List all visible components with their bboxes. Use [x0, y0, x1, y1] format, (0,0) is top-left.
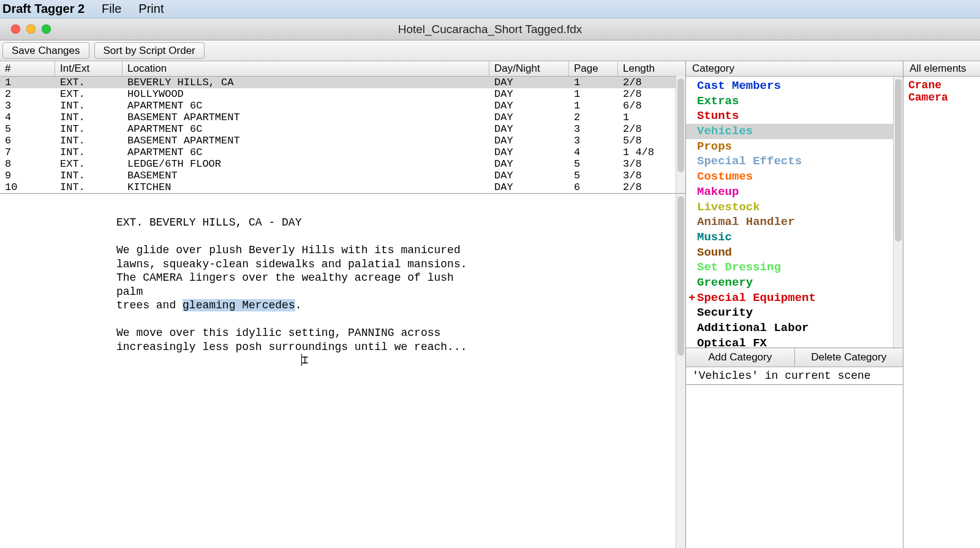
col-daynight[interactable]: Day/Night: [489, 61, 569, 76]
delete-category-button[interactable]: Delete Category: [795, 348, 903, 367]
cell-loc: BASEMENT: [123, 170, 489, 181]
cell-loc: BEVERLY HILLS, CA: [123, 77, 489, 88]
cell-loc: APARTMENT 6C: [123, 147, 489, 158]
cell-num: 1: [0, 77, 55, 88]
category-item[interactable]: Security: [686, 305, 903, 321]
category-item-label: Extras: [697, 94, 739, 108]
cell-num: 7: [0, 147, 55, 158]
add-category-button[interactable]: Add Category: [686, 348, 795, 367]
table-row[interactable]: 6INT.BASEMENT APARTMENTDAY35/8: [0, 135, 685, 147]
category-item[interactable]: Additional Labor: [686, 321, 903, 336]
cell-loc: KITCHEN: [123, 181, 489, 193]
category-item-label: Special Equipment: [697, 291, 816, 305]
category-item[interactable]: Sound: [686, 245, 903, 261]
table-row[interactable]: 2EXT.HOLLYWOODDAY12/8: [0, 88, 685, 100]
category-item[interactable]: Costumes: [686, 169, 903, 185]
category-item-label: Costumes: [697, 170, 753, 183]
category-item-label: Music: [697, 230, 732, 244]
script-content[interactable]: EXT. BEVERLY HILLS, CA - DAY We glide ov…: [0, 194, 484, 368]
cell-loc: APARTMENT 6C: [123, 100, 489, 112]
table-row[interactable]: 4INT.BASEMENT APARTMENTDAY21: [0, 112, 685, 123]
category-item-label: Sound: [697, 246, 732, 259]
category-item[interactable]: Extras: [686, 94, 903, 109]
cell-ie: EXT.: [55, 88, 123, 100]
col-length[interactable]: Length: [618, 61, 685, 76]
cell-loc: BASEMENT APARTMENT: [123, 112, 489, 123]
category-item[interactable]: Optical FX: [686, 336, 903, 348]
category-item[interactable]: Livestock: [686, 200, 903, 215]
plus-icon: +: [688, 291, 695, 306]
category-header[interactable]: Category: [686, 61, 903, 77]
cell-dn: DAY: [489, 181, 569, 193]
tagged-element-vehicles[interactable]: gleaming Mercedes: [183, 299, 295, 311]
category-scene-label: 'Vehicles' in current scene: [686, 367, 903, 385]
table-row[interactable]: 10INT.KITCHENDAY62/8: [0, 181, 685, 193]
cell-loc: APARTMENT 6C: [123, 123, 489, 135]
category-buttons: Add Category Delete Category: [686, 348, 903, 367]
table-row[interactable]: 3INT.APARTMENT 6CDAY16/8: [0, 100, 685, 112]
category-item-label: Special Effects: [697, 154, 802, 168]
cell-num: 4: [0, 112, 55, 123]
window-titlebar: Hotel_Cucaracha_Short Tagged.fdx: [0, 18, 980, 40]
menu-print[interactable]: Print: [130, 2, 172, 16]
category-item[interactable]: Animal Handler: [686, 215, 903, 230]
category-item-label: Vehicles: [697, 124, 753, 138]
category-item[interactable]: Cast Members: [686, 78, 903, 94]
col-page[interactable]: Page: [569, 61, 618, 76]
category-item[interactable]: Music: [686, 230, 903, 245]
category-column: Category Cast MembersExtrasStuntsVehicle…: [686, 61, 903, 548]
col-number[interactable]: #: [0, 61, 55, 76]
cell-num: 2: [0, 88, 55, 100]
category-item-label: Props: [697, 140, 732, 153]
col-intext[interactable]: Int/Ext: [55, 61, 123, 76]
cell-num: 9: [0, 170, 55, 181]
menu-file[interactable]: File: [93, 2, 130, 16]
table-row[interactable]: 7INT.APARTMENT 6CDAY41 4/8: [0, 147, 685, 158]
cell-ie: INT.: [55, 100, 123, 112]
table-row[interactable]: 8EXT.LEDGE/6TH FLOORDAY53/8: [0, 158, 685, 170]
cell-ie: INT.: [55, 147, 123, 158]
table-row[interactable]: 1EXT.BEVERLY HILLS, CADAY12/8: [0, 77, 685, 88]
category-item[interactable]: Greenery: [686, 275, 903, 291]
cell-dn: DAY: [489, 170, 569, 181]
cell-page: 1: [569, 88, 618, 100]
cell-ie: INT.: [55, 112, 123, 123]
category-item[interactable]: Props: [686, 139, 903, 154]
category-item[interactable]: Set Dressing: [686, 260, 903, 275]
elements-list[interactable]: Crane Camera: [903, 77, 980, 548]
elements-column: All elements Crane Camera: [903, 61, 980, 548]
category-item[interactable]: +Special Equipment: [686, 291, 903, 306]
category-item-label: Optical FX: [697, 337, 767, 348]
category-scrollbar[interactable]: [893, 77, 903, 348]
text-cursor-icon: ⌶: [301, 354, 302, 366]
scene-table: # Int/Ext Location Day/Night Page Length…: [0, 61, 685, 194]
table-row[interactable]: 9INT.BASEMENTDAY53/8: [0, 170, 685, 181]
script-scrollbar[interactable]: [676, 194, 685, 548]
script-pane[interactable]: EXT. BEVERLY HILLS, CA - DAY We glide ov…: [0, 194, 685, 548]
category-item[interactable]: Makeup: [686, 185, 903, 200]
table-row[interactable]: 5INT.APARTMENT 6CDAY32/8: [0, 123, 685, 135]
cell-ie: EXT.: [55, 158, 123, 170]
elements-header[interactable]: All elements: [903, 61, 980, 77]
slugline: EXT. BEVERLY HILLS, CA - DAY: [116, 216, 301, 229]
category-item[interactable]: Special Effects: [686, 154, 903, 169]
scene-table-scrollbar[interactable]: [676, 76, 685, 193]
category-item-label: Stunts: [697, 109, 739, 123]
cell-dn: DAY: [489, 123, 569, 135]
sort-button[interactable]: Sort by Script Order: [94, 42, 205, 59]
col-location[interactable]: Location: [123, 61, 489, 76]
cell-page: 5: [569, 170, 618, 181]
cell-dn: DAY: [489, 147, 569, 158]
cell-page: 6: [569, 181, 618, 193]
cell-num: 5: [0, 123, 55, 135]
category-item[interactable]: Stunts: [686, 108, 903, 124]
script-para1-post: .: [295, 299, 302, 311]
element-item[interactable]: Crane Camera: [908, 79, 975, 104]
cell-page: 4: [569, 147, 618, 158]
menubar: Draft Tagger 2 File Print: [0, 0, 980, 18]
category-item-label: Additional Labor: [697, 321, 809, 335]
category-item-label: Security: [697, 306, 753, 319]
category-item[interactable]: Vehicles: [686, 124, 903, 139]
category-scene-elements[interactable]: [686, 385, 903, 548]
save-button[interactable]: Save Changes: [2, 42, 89, 59]
